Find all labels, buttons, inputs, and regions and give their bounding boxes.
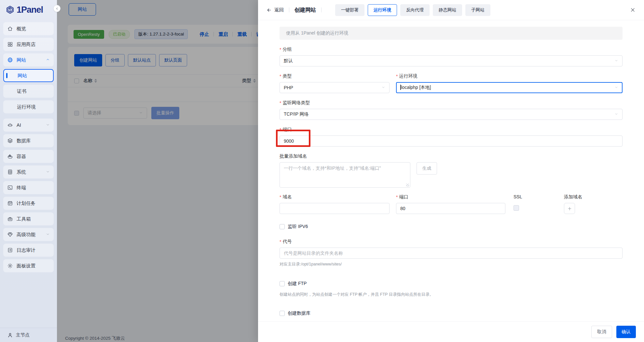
sidebar-item-system[interactable]: 系统 xyxy=(3,165,54,178)
settings-icon xyxy=(7,263,13,269)
sidebar-item-container[interactable]: 容器 xyxy=(3,150,54,163)
back-button[interactable]: 返回 xyxy=(267,7,284,13)
runtime-label: 运行环境 xyxy=(399,73,417,79)
sidebar-item-terminal[interactable]: 终端 xyxy=(3,181,54,194)
node-selector[interactable]: 主节点 xyxy=(0,328,57,342)
cancel-button[interactable]: 取消 xyxy=(591,326,612,338)
type-select[interactable]: PHP xyxy=(280,82,390,93)
advanced-icon xyxy=(7,232,13,237)
sidebar-item-advanced[interactable]: 高级功能 xyxy=(3,228,54,241)
tab-runtime[interactable]: 运行环境 xyxy=(368,4,397,16)
sidebar-item-logs[interactable]: 日志审计 xyxy=(3,244,54,257)
runtime-select[interactable]: localphp [本地] xyxy=(396,82,623,93)
plus-icon xyxy=(567,206,572,211)
drawer-header: 返回 创建网站 一键部署 运行环境 反向代理 静态网站 子网站 xyxy=(258,0,644,20)
type-label: 类型 xyxy=(282,73,292,79)
sidebar-subitem-certificates[interactable]: 证书 xyxy=(3,85,54,98)
sidebar-subitem-website[interactable]: 网站 xyxy=(3,69,54,82)
group-label: 分组 xyxy=(282,47,292,52)
home-icon xyxy=(7,26,13,32)
divider xyxy=(321,7,322,12)
tab-static-site[interactable]: 静态网站 xyxy=(433,4,462,16)
alias-label: 代号 xyxy=(282,239,292,245)
logs-icon xyxy=(7,247,13,253)
sidebar: 1Panel 概览 应用商店 网站 网站 证书 xyxy=(0,0,57,342)
create-website-drawer: 返回 创建网站 一键部署 运行环境 反向代理 静态网站 子网站 使用从 1Pan… xyxy=(258,0,644,342)
annotation-highlight-box xyxy=(276,130,310,147)
logo-wordmark: 1Panel xyxy=(17,5,43,15)
generate-button[interactable]: 生成 xyxy=(417,162,437,175)
website-icon xyxy=(7,57,13,63)
sidebar-collapse-button[interactable] xyxy=(53,5,61,12)
arrow-left-icon xyxy=(267,7,272,13)
sidebar-subitem-runtime[interactable]: 运行环境 xyxy=(3,100,54,113)
create-ftp-label: 创建 FTP xyxy=(288,281,307,287)
system-icon xyxy=(7,169,13,175)
ai-robot-icon xyxy=(7,122,13,128)
domain-label: 域名 xyxy=(282,194,292,200)
ssl-checkbox[interactable] xyxy=(514,205,519,211)
appstore-icon xyxy=(7,41,13,47)
toolbox-icon xyxy=(7,216,13,222)
ssl-label: SSL xyxy=(514,194,522,199)
network-type-label: 监听网络类型 xyxy=(282,100,310,106)
drawer-footer: 取消 确认 xyxy=(258,321,644,342)
sidebar-item-cronjob[interactable]: 计划任务 xyxy=(3,197,54,210)
database-icon xyxy=(7,138,13,144)
sidebar-item-overview[interactable]: 概览 xyxy=(3,22,54,35)
chevron-down-icon xyxy=(46,122,50,128)
confirm-button[interactable]: 确认 xyxy=(616,326,636,338)
alias-helper-text: 对应主目录:/opt/1panel/www/sites/ xyxy=(280,262,623,267)
alias-input[interactable] xyxy=(280,248,623,259)
screen: 网站 OpenResty 已启动 版本: 1.27.1.2-2-3-focal … xyxy=(0,0,644,342)
sidebar-item-ai[interactable]: AI xyxy=(3,119,54,132)
domain-port-label: 端口 xyxy=(399,194,408,200)
drawer-body: 使用从 1Panel 创建的运行环境 *分组 默认 *类型 PHP *运行环境 xyxy=(258,20,644,321)
sidebar-item-settings[interactable]: 面板设置 xyxy=(3,259,54,272)
add-domain-button[interactable] xyxy=(564,203,575,214)
tab-one-click-deploy[interactable]: 一键部署 xyxy=(335,4,364,16)
chevron-down-icon xyxy=(614,85,618,90)
drawer-title: 创建网站 xyxy=(295,7,316,14)
container-icon xyxy=(7,153,13,159)
network-type-select[interactable]: TCP/IP 网络 xyxy=(280,109,623,120)
group-select[interactable]: 默认 xyxy=(280,55,623,66)
terminal-icon xyxy=(7,185,13,191)
runtime-info-banner: 使用从 1Panel 创建的运行环境 xyxy=(280,27,623,40)
sidebar-item-appstore[interactable]: 应用商店 xyxy=(3,38,54,51)
chevron-down-icon xyxy=(381,85,385,90)
sidebar-item-database[interactable]: 数据库 xyxy=(3,134,54,147)
chevron-down-icon xyxy=(614,112,618,117)
ipv6-checkbox[interactable] xyxy=(280,224,285,229)
domain-port-input[interactable] xyxy=(396,203,505,214)
logo-icon xyxy=(6,6,14,14)
app-logo[interactable]: 1Panel xyxy=(0,0,57,20)
batch-domain-label: 批量添加域名 xyxy=(280,153,307,159)
sidebar-item-website[interactable]: 网站 xyxy=(3,53,54,66)
tab-reverse-proxy[interactable]: 反向代理 xyxy=(400,4,430,16)
user-icon xyxy=(7,332,13,338)
chevron-down-icon xyxy=(46,169,50,175)
domain-input[interactable] xyxy=(280,203,390,214)
add-domain-label: 添加域名 xyxy=(564,194,582,200)
close-icon[interactable] xyxy=(630,7,636,13)
batch-domain-textarea[interactable] xyxy=(280,162,410,188)
port-input[interactable] xyxy=(280,135,623,147)
node-label: 主节点 xyxy=(16,332,30,338)
tab-subsite[interactable]: 子网站 xyxy=(465,4,490,16)
chevron-up-icon xyxy=(46,57,50,63)
cron-icon xyxy=(7,200,13,206)
chevron-down-icon xyxy=(46,232,50,237)
ftp-helper-text: 创建站点的同时，为站点创建一个对应 FTP 帐户，并且 FTP 目录指向站点所在… xyxy=(280,292,623,297)
text-caret xyxy=(400,85,401,90)
create-ftp-checkbox[interactable] xyxy=(280,281,285,286)
chevron-down-icon xyxy=(614,58,618,64)
ipv6-label: 监听 IPV6 xyxy=(288,224,308,230)
divider xyxy=(289,7,289,12)
create-database-label: 创建数据库 xyxy=(288,310,310,316)
sidebar-item-toolbox[interactable]: 工具箱 xyxy=(3,212,54,225)
drawer-tabs: 一键部署 运行环境 反向代理 静态网站 子网站 xyxy=(335,4,490,16)
sidebar-menu: 概览 应用商店 网站 网站 证书 运行环境 AI xyxy=(0,20,57,272)
create-database-checkbox[interactable] xyxy=(280,311,285,316)
